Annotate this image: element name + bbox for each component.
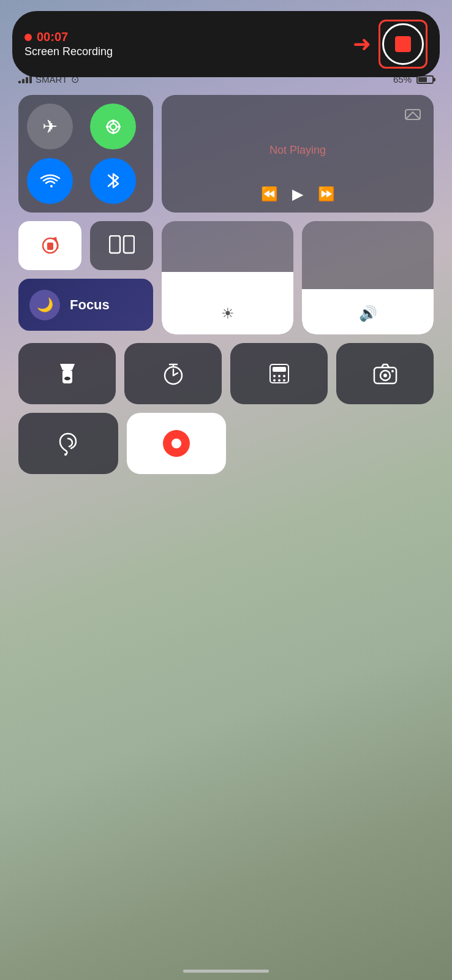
- cellular-button[interactable]: [90, 104, 136, 149]
- screen-record-button[interactable]: [127, 413, 227, 474]
- top-row: ✈: [18, 95, 434, 213]
- screen-record-icon: [163, 430, 190, 457]
- recording-label: Screen Recording: [24, 45, 113, 58]
- airplay-button[interactable]: [402, 105, 424, 127]
- focus-button[interactable]: 🌙 Focus: [18, 279, 153, 331]
- media-panel: Not Playing ⏪ ▶ ⏩: [162, 95, 434, 213]
- moon-icon-circle: 🌙: [29, 290, 60, 320]
- airplane-mode-button[interactable]: ✈: [27, 104, 73, 149]
- media-controls: ⏪ ▶ ⏩: [171, 186, 424, 203]
- calculator-icon: [268, 363, 290, 385]
- battery-fill: [418, 77, 427, 82]
- flashlight-icon: [58, 361, 77, 386]
- focus-label: Focus: [70, 297, 110, 313]
- connectivity-panel: ✈: [18, 95, 153, 213]
- fast-forward-button[interactable]: ⏩: [318, 186, 334, 202]
- recording-banner: 00:07 Screen Recording ➜: [12, 11, 440, 77]
- wifi-icon: [39, 170, 61, 192]
- cellular-icon: [104, 117, 123, 137]
- hearing-button[interactable]: [18, 413, 118, 474]
- svg-marker-12: [60, 364, 75, 370]
- svg-point-23: [283, 375, 285, 377]
- svg-point-26: [283, 379, 285, 382]
- svg-point-29: [383, 374, 387, 377]
- recording-time: 00:07: [37, 30, 68, 44]
- stop-button-wrapper: [379, 20, 428, 69]
- camera-button[interactable]: [336, 343, 434, 404]
- icon-row: [18, 221, 153, 270]
- not-playing-label: Not Playing: [171, 144, 424, 157]
- svg-point-13: [64, 377, 70, 380]
- recording-time-row: 00:07: [24, 30, 113, 44]
- recording-controls: ➜: [353, 20, 428, 69]
- rotation-lock-button[interactable]: [18, 221, 81, 270]
- left-buttons: 🌙 Focus: [18, 221, 153, 334]
- middle-row: 🌙 Focus ☀ 🔊: [18, 221, 434, 334]
- svg-point-25: [278, 379, 281, 382]
- screen-mirror-button[interactable]: [90, 221, 153, 270]
- flashlight-button[interactable]: [18, 343, 116, 404]
- utility-row: [18, 343, 434, 404]
- svg-point-21: [273, 375, 276, 377]
- camera-icon: [373, 363, 397, 385]
- brightness-icon: ☀: [221, 305, 235, 322]
- stop-button[interactable]: [382, 23, 424, 65]
- svg-point-31: [64, 453, 67, 456]
- timer-icon: [162, 362, 185, 385]
- svg-rect-8: [47, 243, 53, 250]
- home-indicator[interactable]: [183, 970, 269, 973]
- calculator-button[interactable]: [230, 343, 328, 404]
- play-button[interactable]: ▶: [292, 186, 303, 203]
- last-row: [18, 413, 434, 474]
- empty-space: [235, 413, 434, 474]
- bluetooth-button[interactable]: [90, 158, 136, 204]
- arrow-icon: ➜: [353, 33, 371, 55]
- volume-icon: 🔊: [359, 305, 377, 322]
- hearing-icon: [58, 431, 78, 456]
- stop-icon: [395, 36, 411, 52]
- screen-record-inner: [171, 439, 181, 448]
- brightness-fill: [162, 272, 293, 334]
- volume-slider[interactable]: 🔊: [302, 221, 434, 334]
- svg-point-1: [110, 124, 116, 130]
- timer-button[interactable]: [124, 343, 222, 404]
- wifi-button[interactable]: [27, 158, 73, 204]
- svg-rect-20: [273, 367, 286, 372]
- svg-rect-10: [124, 236, 134, 253]
- control-center: ✈: [18, 95, 434, 474]
- signal-bars: [18, 75, 32, 83]
- moon-icon: 🌙: [37, 297, 53, 313]
- screen-mirror-icon: [109, 235, 135, 256]
- airplay-icon: [404, 107, 421, 124]
- svg-rect-9: [110, 236, 120, 253]
- brightness-slider[interactable]: ☀: [162, 221, 293, 334]
- recording-info: 00:07 Screen Recording: [24, 30, 113, 58]
- svg-point-24: [273, 379, 276, 382]
- bluetooth-icon: [105, 170, 122, 192]
- svg-point-22: [278, 375, 281, 377]
- lock-rotation-icon: [38, 233, 62, 258]
- recording-dot: [24, 34, 32, 41]
- svg-point-30: [391, 370, 394, 372]
- sliders-area: ☀ 🔊: [162, 221, 434, 334]
- rewind-button[interactable]: ⏪: [261, 186, 277, 202]
